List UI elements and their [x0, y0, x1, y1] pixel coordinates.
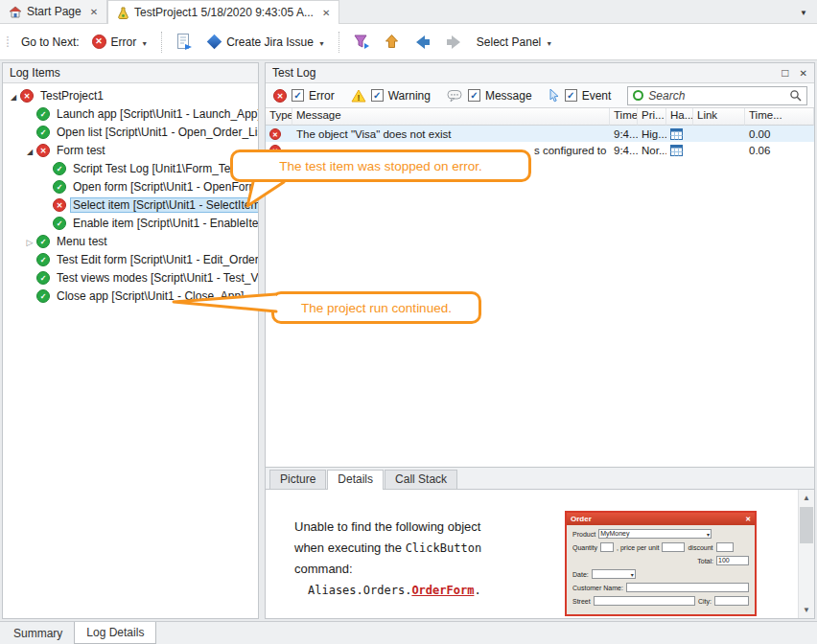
- column-time2[interactable]: Time...: [745, 108, 814, 126]
- filter-message: Message: [447, 89, 532, 103]
- test-log-header: Test Log: [266, 63, 814, 83]
- mini-label: Customer Name:: [572, 585, 623, 591]
- post-data-button[interactable]: [347, 31, 376, 54]
- back-button[interactable]: [408, 31, 437, 54]
- maximize-icon[interactable]: [782, 66, 788, 80]
- filter-warning-label: Warning: [388, 89, 431, 103]
- column-type[interactable]: Type: [266, 108, 292, 126]
- close-icon[interactable]: [800, 66, 807, 80]
- success-status-icon: [36, 126, 50, 139]
- scrollbar-track[interactable]: [799, 506, 814, 602]
- tab-details[interactable]: Details: [327, 470, 384, 490]
- tree-item-script-test-log[interactable]: Script Test Log [Unit1\Form_Test]: [3, 159, 258, 177]
- close-icon: [745, 515, 751, 523]
- log-items-header: Log Items: [3, 63, 258, 83]
- incremental-search-icon: [633, 90, 643, 101]
- create-jira-issue-label: Create Jira Issue: [226, 35, 314, 49]
- tab-project-log[interactable]: TestProject1 5/18/2020 9:43:05 A...: [107, 0, 339, 24]
- close-icon[interactable]: [322, 8, 330, 18]
- toolbar-separator: [338, 32, 339, 53]
- svg-text:!: !: [357, 92, 360, 102]
- message-checkbox[interactable]: [468, 89, 480, 102]
- toolbar-grip-icon[interactable]: [6, 34, 10, 50]
- success-status-icon: [36, 271, 50, 285]
- tab-call-stack[interactable]: Call Stack: [385, 470, 457, 489]
- panel-splitter[interactable]: [261, 62, 263, 619]
- tree-item-testproject1[interactable]: TestProject1: [3, 86, 258, 104]
- column-has-picture[interactable]: Ha...: [666, 108, 693, 126]
- forward-button[interactable]: [439, 31, 469, 54]
- error-checkbox[interactable]: [292, 89, 304, 102]
- tree-item-test-edit-form[interactable]: Test Edit form [Script\Unit1 - Edit_Orde…: [3, 250, 258, 268]
- filter-event-label: Event: [582, 89, 612, 103]
- mini-input: [626, 583, 749, 592]
- mini-label: Total:: [697, 558, 713, 564]
- log-message: The object "Visa" does not exist: [292, 126, 610, 142]
- details-tab-strip: Picture Details Call Stack: [266, 467, 814, 490]
- tab-start-page[interactable]: Start Page: [0, 0, 107, 23]
- log-row[interactable]: The object "Visa" does not exist 9:4... …: [266, 126, 814, 142]
- callout-stopped-on-error: The test item was stopped on error.: [230, 150, 531, 182]
- error-icon: [269, 128, 281, 140]
- mini-label: discount: [688, 544, 712, 551]
- scroll-down-icon[interactable]: [799, 602, 814, 618]
- search-input[interactable]: [648, 89, 784, 103]
- tree-item-launch-app[interactable]: Launch app [Script\Unit1 - Launch_App]: [3, 104, 258, 123]
- log-table-header: Type Message Time Pri... Ha... Link Time…: [266, 108, 814, 126]
- create-jira-issue-button[interactable]: Create Jira Issue: [201, 33, 331, 52]
- search-icon[interactable]: [789, 89, 802, 102]
- scroll-up-icon[interactable]: [799, 490, 814, 506]
- tree-item-open-form[interactable]: Open form [Script\Unit1 - OpenForm]: [3, 177, 258, 196]
- tree-item-select-item[interactable]: Select item [Script\Unit1 - SelectItem]: [3, 196, 258, 214]
- tree-item-label: Test views modes [Script\Unit1 - Test_Vi…: [54, 270, 258, 286]
- column-link[interactable]: Link: [693, 108, 745, 126]
- column-message[interactable]: Message: [292, 108, 610, 126]
- column-priority[interactable]: Pri...: [638, 108, 666, 126]
- expander-icon[interactable]: [23, 235, 36, 248]
- mini-label: , price per unit: [617, 544, 659, 551]
- tree-item-enable-item[interactable]: Enable item [Script\Unit1 - EnableItem]: [3, 214, 258, 232]
- tree-item-menu-test[interactable]: Menu test: [3, 232, 258, 250]
- tree-item-test-views-modes[interactable]: Test views modes [Script\Unit1 - Test_Vi…: [3, 268, 258, 287]
- tab-picture[interactable]: Picture: [269, 470, 326, 489]
- select-panel-button[interactable]: Select Panel: [471, 33, 558, 52]
- tab-summary[interactable]: Summary: [2, 622, 74, 644]
- details-content: Unable to find the following object when…: [266, 490, 814, 618]
- log-time2: 0.00: [745, 126, 814, 142]
- error-screenshot: Order Product MyMoney Quantity , price p…: [565, 511, 757, 616]
- vertical-scrollbar[interactable]: [798, 490, 814, 618]
- expander-icon[interactable]: [7, 89, 20, 103]
- log-link: [693, 142, 745, 158]
- test-log-panel: Test Log Error ! Warning: [265, 62, 815, 619]
- warning-checkbox[interactable]: [371, 89, 384, 102]
- report-button[interactable]: [170, 30, 199, 54]
- bottom-tab-bar: Summary Log Details: [0, 621, 817, 644]
- tab-log-details[interactable]: Log Details: [74, 622, 156, 644]
- tab-list-dropdown-icon[interactable]: [790, 5, 817, 18]
- filter-error-label: Error: [309, 89, 335, 103]
- tree-item-open-list[interactable]: Open list [Script\Unit1 - Open_Order_Lis…: [3, 123, 258, 141]
- upload-button[interactable]: [378, 31, 406, 53]
- event-checkbox[interactable]: [565, 89, 577, 102]
- close-icon[interactable]: [90, 7, 98, 17]
- column-time[interactable]: Time: [610, 108, 638, 126]
- expander-icon[interactable]: [23, 144, 36, 157]
- mini-input: [600, 542, 614, 552]
- upload-icon: [384, 34, 400, 50]
- success-status-icon: [53, 180, 66, 194]
- error-icon: [92, 34, 106, 49]
- scrollbar-thumb[interactable]: [800, 507, 813, 543]
- success-status-icon: [36, 253, 50, 266]
- go-to-next-error-button[interactable]: Error: [86, 32, 154, 52]
- toolbar-separator: [161, 32, 162, 53]
- order-form-link[interactable]: OrderForm: [411, 584, 474, 597]
- mini-input: [716, 542, 734, 552]
- details-line: Unable to find the following object: [294, 519, 480, 534]
- success-status-icon: [53, 217, 66, 230]
- tree-item-label: Select item [Script\Unit1 - SelectItem]: [70, 197, 258, 213]
- filter-warning: ! Warning: [351, 89, 431, 103]
- success-status-icon: [53, 162, 66, 175]
- success-status-icon: [36, 235, 50, 248]
- picture-grid-icon: [670, 145, 683, 156]
- tree-item-form-test[interactable]: Form test: [3, 141, 258, 159]
